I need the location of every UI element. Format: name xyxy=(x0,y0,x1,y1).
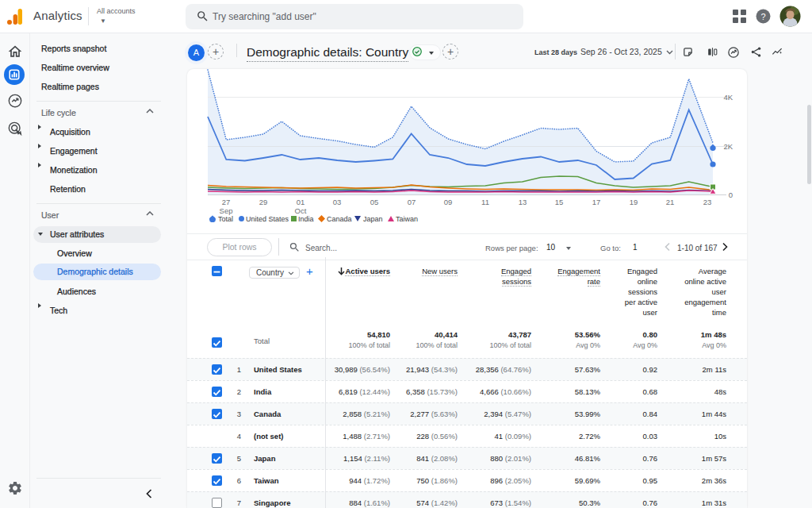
svg-text:?: ? xyxy=(760,12,765,21)
